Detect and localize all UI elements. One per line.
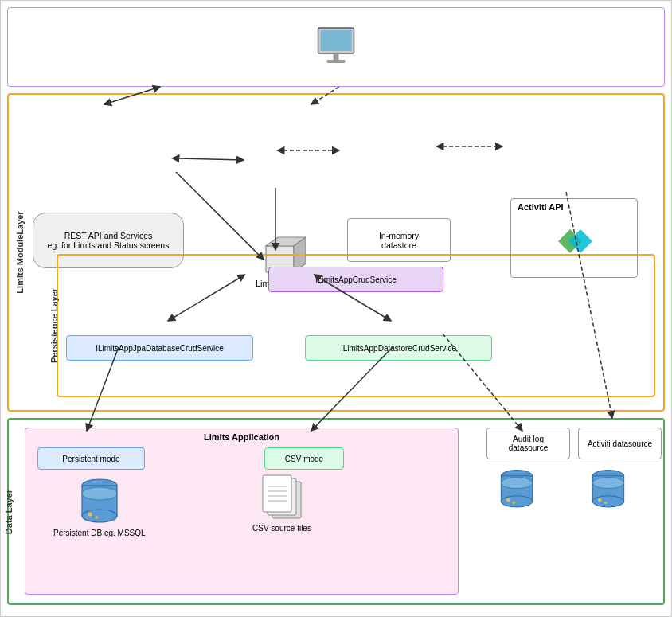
svg-point-26 — [506, 498, 510, 502]
persistent-mode-label: Persistent mode — [62, 455, 119, 463]
svg-point-24 — [501, 496, 532, 507]
csv-mode-box: CSV mode — [264, 447, 344, 470]
limits-app-title: Limits Application — [25, 428, 458, 446]
jpa-service-label: ILimitsAppJpaDatabaseCrudService — [96, 344, 224, 353]
svg-point-31 — [592, 477, 623, 488]
audit-log-label: Audit log datasource — [509, 435, 548, 452]
svg-point-14 — [95, 516, 98, 519]
csv-files-container: CSV source files — [252, 472, 311, 533]
csv-mode-label: CSV mode — [285, 455, 323, 463]
svg-point-25 — [501, 477, 532, 488]
svg-point-12 — [82, 487, 117, 500]
monitor-svg — [315, 25, 358, 69]
data-layer-label: Data Layer — [4, 489, 14, 533]
crud-service-label: ILimitsAppCrudService — [315, 275, 397, 284]
svg-point-33 — [604, 502, 608, 505]
rest-api-text: REST API and Serviceseg. for Limits and … — [48, 231, 170, 250]
jpa-service-box: ILimitsAppJpaDatabaseCrudService — [66, 335, 253, 361]
persistent-mode-box: Persistent mode — [37, 447, 145, 470]
activiti-chevron-svg — [554, 225, 594, 257]
activiti-db-container — [586, 467, 631, 514]
svg-rect-17 — [263, 475, 291, 512]
svg-rect-2 — [334, 53, 339, 61]
activiti-ds-box: Activiti datasource — [578, 428, 662, 459]
datastore-service-box: ILimitsAppDatastoreCrudService — [305, 335, 492, 361]
persistent-db-container: Persistent DB eg. MSSQL — [53, 476, 146, 538]
svg-point-32 — [598, 498, 601, 502]
svg-point-13 — [88, 513, 92, 517]
audit-log-box: Audit log datasource — [486, 428, 570, 459]
persistent-db-label: Persistent DB eg. MSSQL — [53, 528, 146, 538]
svg-rect-3 — [327, 60, 346, 63]
diagram-wrapper: UI Limits ModuleLayer REST API and Servi… — [0, 0, 672, 617]
crud-service-box: ILimitsAppCrudService — [268, 267, 443, 292]
datastore-service-label: ILimitsAppDatastoreCrudService — [341, 344, 456, 353]
activiti-db-svg — [586, 467, 631, 514]
csv-files-label: CSV source files — [252, 524, 311, 533]
persistence-layer: Persistence Layer ILimitsAppCrudService … — [57, 254, 655, 397]
monitor-icon — [315, 25, 358, 71]
persistent-db-svg — [76, 476, 123, 528]
ui-layer: UI — [7, 7, 665, 87]
svg-rect-1 — [321, 30, 352, 51]
limits-app-box: Limits Application Persistent mode CSV m… — [25, 428, 459, 595]
svg-point-27 — [513, 502, 516, 505]
data-layer: Data Layer Limits Application Persistent… — [7, 418, 665, 605]
persistence-layer-label: Persistence Layer — [49, 288, 59, 363]
audit-db-container — [494, 467, 539, 514]
svg-point-11 — [82, 510, 117, 522]
module-layer: Limits ModuleLayer REST API and Services… — [7, 93, 665, 412]
activiti-api-title: Activiti API — [511, 199, 637, 215]
csv-files-svg — [258, 472, 306, 524]
activiti-ds-label: Activiti datasource — [588, 439, 652, 448]
audit-db-svg — [494, 467, 539, 514]
module-layer-label: Limits ModuleLayer — [15, 211, 25, 293]
inmemory-label: In-memory datastore — [379, 231, 419, 250]
svg-point-30 — [592, 496, 623, 507]
